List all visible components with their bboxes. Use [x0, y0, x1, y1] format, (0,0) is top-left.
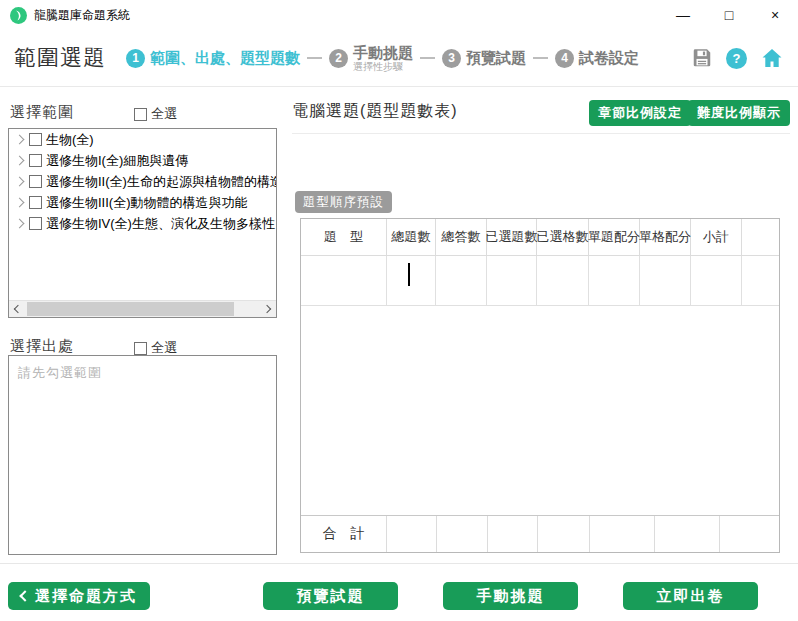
window-controls: — □ × [660, 0, 798, 30]
source-select-all-checkbox[interactable] [134, 342, 147, 355]
range-tree: 生物(全) 選修生物I(全)細胞與遺傳 選修生物II(全)生命的起源與植物體的構… [8, 128, 277, 318]
step-1-label: 範圍、出處、題型題數 [150, 50, 300, 66]
expand-chevron-icon[interactable] [15, 219, 25, 229]
expand-chevron-icon[interactable] [15, 198, 25, 208]
table-total-row: 合 計 [301, 515, 779, 552]
footer-separator [0, 563, 798, 564]
tree-item-biology-all[interactable]: 生物(全) [9, 129, 276, 150]
manual-pick-button[interactable]: 手動挑題 [443, 582, 578, 610]
table-row[interactable] [301, 256, 779, 306]
tree-item-label: 選修生物I(全)細胞與遺傳 [46, 152, 188, 170]
preview-questions-button[interactable]: 預覽試題 [263, 582, 398, 610]
range-select-all-checkbox[interactable] [134, 108, 147, 121]
header: 範圍選題 1 範圍、出處、題型題數 2 手動挑題 選擇性步驟 3 預覽試題 4 … [0, 30, 798, 87]
total-cell [655, 516, 720, 552]
expand-chevron-icon[interactable] [15, 156, 25, 166]
maximize-icon[interactable]: □ [706, 0, 752, 30]
step-1-range[interactable]: 1 範圍、出處、題型題數 [126, 49, 300, 68]
total-cell [720, 516, 779, 552]
tree-item-elective-bio-4[interactable]: 選修生物IV(全)生態、演化及生物多樣性 [9, 213, 276, 234]
tree-item-checkbox[interactable] [29, 217, 42, 230]
step-3-badge: 3 [442, 49, 461, 68]
tree-item-elective-bio-2[interactable]: 選修生物II(全)生命的起源與植物體的構造 [9, 171, 276, 192]
col-header-subtotal: 小計 [691, 219, 742, 256]
tree-item-checkbox[interactable] [29, 154, 42, 167]
cell-total-answers[interactable] [436, 256, 487, 306]
source-placeholder: 請先勾選範圍 [9, 356, 276, 390]
tree-item-checkbox[interactable] [29, 175, 42, 188]
cell-total-questions[interactable] [387, 256, 436, 306]
total-cell [538, 516, 590, 552]
tree-item-elective-bio-1[interactable]: 選修生物I(全)細胞與遺傳 [9, 150, 276, 171]
question-order-preset-button[interactable]: 題型順序預設 [295, 191, 392, 213]
chevron-left-icon [19, 590, 30, 601]
window-titlebar: 龍騰題庫命題系統 — □ × [0, 0, 798, 30]
col-header-points-per-question: 單題配分 [589, 219, 640, 256]
total-label: 合 計 [301, 516, 387, 552]
help-icon[interactable]: ? [726, 48, 747, 69]
step-connector [420, 57, 435, 59]
app-title: 龍騰題庫命題系統 [34, 7, 130, 24]
scrollbar-thumb[interactable] [27, 302, 234, 316]
col-header-selected-blanks: 已選格數 [537, 219, 589, 256]
minimize-icon[interactable]: — [660, 0, 706, 30]
cell-subtotal[interactable] [691, 256, 742, 306]
step-connector [307, 57, 322, 59]
expand-chevron-icon[interactable] [15, 177, 25, 187]
back-to-mode-button[interactable]: 選擇命題方式 [8, 582, 150, 610]
step-1-badge: 1 [126, 49, 145, 68]
col-header-selected-questions: 已選題數 [487, 219, 537, 256]
expand-chevron-icon[interactable] [15, 135, 25, 145]
cell-points-per-question[interactable] [589, 256, 640, 306]
step-4-badge: 4 [555, 49, 574, 68]
scroll-left-icon[interactable] [14, 305, 22, 313]
question-type-table: 題 型 總題數 總答數 已選題數 已選格數 單題配分 單格配分 小計 合 計 [300, 218, 780, 553]
text-caret [408, 263, 410, 286]
tree-item-label: 選修生物II(全)生命的起源與植物體的構造 [46, 173, 276, 191]
cell-selected-blanks[interactable] [537, 256, 589, 306]
horizontal-scrollbar[interactable] [9, 300, 276, 317]
close-icon[interactable]: × [752, 0, 798, 30]
tree-item-label: 生物(全) [46, 131, 94, 149]
tree-item-checkbox[interactable] [29, 133, 42, 146]
step-4-label: 試卷設定 [579, 50, 639, 66]
table-empty-area [301, 306, 779, 515]
header-icons: ? [691, 46, 784, 70]
table-header-row: 題 型 總題數 總答數 已選題數 已選格數 單題配分 單格配分 小計 [301, 219, 779, 256]
main-separator [292, 133, 790, 134]
step-2-manual-pick[interactable]: 2 手動挑題 選擇性步驟 [329, 45, 413, 72]
total-cell [488, 516, 538, 552]
source-section-title: 選擇出處 [10, 337, 74, 356]
tree-item-checkbox[interactable] [29, 196, 42, 209]
step-2-sublabel: 選擇性步驟 [353, 61, 413, 72]
total-cell [387, 516, 437, 552]
generate-paper-button[interactable]: 立即出卷 [623, 582, 758, 610]
step-2-label: 手動挑題 [353, 45, 413, 61]
computer-selection-title: 電腦選題(題型題數表) [292, 101, 458, 122]
source-list: 請先勾選範圍 [8, 355, 277, 555]
page-title: 範圍選題 [14, 43, 106, 73]
cell-selected-questions[interactable] [487, 256, 537, 306]
cell-points-per-blank[interactable] [640, 256, 691, 306]
total-cell [590, 516, 655, 552]
range-select-all-label: 全選 [151, 105, 177, 123]
cell-question-type[interactable] [301, 256, 387, 306]
step-4-paper-setup[interactable]: 4 試卷設定 [555, 49, 639, 68]
range-select-all[interactable]: 全選 [134, 105, 177, 123]
save-icon[interactable] [691, 47, 713, 69]
tree-item-label: 選修生物IV(全)生態、演化及生物多樣性 [46, 215, 275, 233]
home-icon[interactable] [760, 46, 784, 70]
difficulty-ratio-button[interactable]: 難度比例顯示 [688, 100, 790, 126]
tree-item-elective-bio-3[interactable]: 選修生物III(全)動物體的構造與功能 [9, 192, 276, 213]
col-header-question-type: 題 型 [301, 219, 387, 256]
scroll-right-icon[interactable] [263, 305, 271, 313]
total-cell [437, 516, 488, 552]
tree-item-label: 選修生物III(全)動物體的構造與功能 [46, 194, 248, 212]
app-logo-icon [10, 7, 27, 24]
back-button-label: 選擇命題方式 [35, 587, 137, 606]
step-3-preview[interactable]: 3 預覽試題 [442, 49, 526, 68]
col-header-total-questions: 總題數 [387, 219, 436, 256]
chapter-ratio-button[interactable]: 章節比例設定 [589, 100, 691, 126]
cell-empty[interactable] [742, 256, 779, 306]
step-connector [533, 57, 548, 59]
